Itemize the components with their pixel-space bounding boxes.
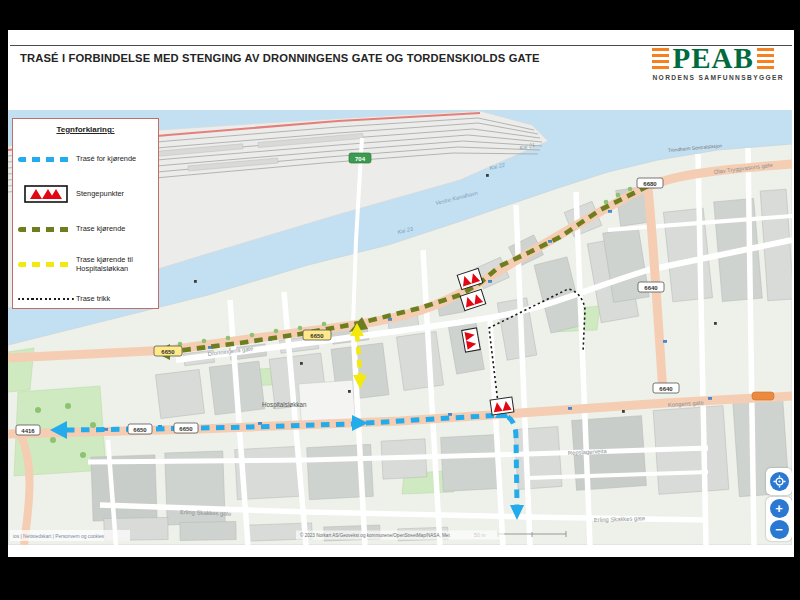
screen: TRASÉ I FORBINDELSE MED STENGING AV DRON… [0, 0, 800, 600]
svg-text:6680: 6680 [643, 181, 657, 187]
svg-text:6650: 6650 [310, 333, 324, 339]
logo-stripes-left-icon [652, 48, 669, 70]
svg-text:704: 704 [355, 156, 366, 162]
svg-text:6640: 6640 [644, 285, 658, 291]
road-badge: 4416 [16, 425, 40, 435]
road-badge: 6640 [638, 282, 664, 292]
road-badge: 6650 [303, 330, 331, 340]
road-badge: 6650 [154, 346, 182, 356]
dotted-sample-icon [18, 298, 74, 300]
page-title: TRASÉ I FORBINDELSE MED STENGING AV DRON… [20, 52, 540, 64]
svg-text:6650: 6650 [179, 426, 193, 432]
road-badge: 6640 [653, 383, 679, 393]
legend-item-tram-route: Trase trikk [18, 288, 153, 310]
locate-button[interactable] [770, 472, 789, 491]
orange-badge [752, 392, 774, 400]
area-label: Hospitalsløkkan [262, 401, 307, 409]
yellow-dash-sample-icon [18, 262, 72, 267]
logo-tagline: NORDENS SAMFUNNSBYGGER [652, 74, 784, 81]
logo-stripes-right-icon [757, 48, 774, 70]
olive-dash-sample-icon [18, 227, 72, 232]
road-badge: 704 [349, 153, 371, 163]
road-badge: 6650 [128, 424, 152, 434]
legend-item-blue-route: Trasé for kjørende [18, 148, 153, 170]
closure-icon [462, 328, 481, 352]
svg-text:ios | Nettstedskart | Personve: ios | Nettstedskart | Personvern og cook… [13, 534, 105, 539]
map-attribution: © 2023 Norkart AS/Geovekst og kommunene/… [296, 531, 504, 540]
document-page: TRASÉ I FORBINDELSE MED STENGING AV DRON… [8, 30, 794, 557]
svg-text:© 2023 Norkart AS/Geovekst og: © 2023 Norkart AS/Geovekst og kommunene/… [300, 532, 450, 538]
locate-control [766, 468, 792, 495]
blue-dash-sample-icon [18, 157, 72, 162]
road-badge: 6650 [174, 423, 198, 433]
svg-text:6650: 6650 [133, 427, 147, 433]
zoom-controls: + − [766, 497, 792, 541]
map-canvas[interactable]: Kai 21 Kai 22 Kai 23 Vestre Kanalhavn Ol… [8, 110, 792, 545]
map-footer-links[interactable]: ios | Nettstedskart | Personvern og cook… [10, 530, 130, 541]
svg-text:6640: 6640 [659, 386, 673, 392]
legend-item-olive-route: Trase kjørende [18, 218, 153, 240]
logo-text: PEAB [672, 46, 753, 71]
legend: Tegnforklaring: Trasé for kjørende Steng… [12, 118, 159, 309]
legend-title: Tegnforklaring: [18, 125, 153, 134]
legend-item-yellow-route: Trase kjørende til Hospitalsløkkan [18, 253, 153, 275]
svg-text:4416: 4416 [21, 428, 35, 434]
road-badge: 6680 [637, 178, 663, 188]
svg-text:6650: 6650 [161, 349, 175, 355]
closure-icon [490, 397, 514, 415]
zoom-out-button[interactable]: − [770, 520, 789, 539]
closure-sample-icon [24, 185, 68, 203]
peab-logo: PEAB NORDENS SAMFUNNSBYGGER [652, 46, 784, 81]
locate-icon [773, 475, 786, 488]
zoom-in-button[interactable]: + [770, 499, 789, 518]
legend-item-closures: Stengepunkter [18, 183, 153, 205]
